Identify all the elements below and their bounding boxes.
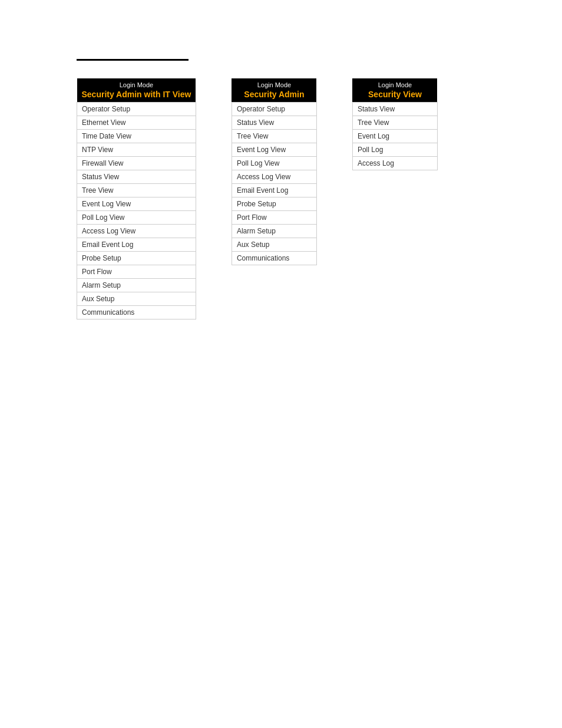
list-item[interactable]: Status View bbox=[232, 116, 316, 130]
menu-item-label: Access Log View bbox=[77, 225, 196, 238]
list-item[interactable]: Port Flow bbox=[77, 265, 196, 279]
login-mode-name-1: Security Admin bbox=[236, 89, 312, 100]
menu-item-label: Alarm Setup bbox=[77, 279, 196, 292]
menu-item-label: Poll Log bbox=[352, 143, 437, 157]
table-security-admin-it: Login ModeSecurity Admin with IT ViewOpe… bbox=[77, 78, 196, 319]
list-item[interactable]: Status View bbox=[352, 103, 437, 116]
list-item[interactable]: Email Event Log bbox=[232, 184, 316, 197]
table-security-view: Login ModeSecurity ViewStatus ViewTree V… bbox=[352, 78, 438, 170]
menu-item-label: Tree View bbox=[232, 130, 316, 143]
menu-item-label: Ethernet View bbox=[77, 116, 196, 130]
menu-item-label: Firewall View bbox=[77, 157, 196, 170]
menu-item-label: Status View bbox=[232, 116, 316, 130]
list-item[interactable]: Aux Setup bbox=[232, 238, 316, 252]
menu-table-wrapper-1: Login ModeSecurity AdminOperator SetupSt… bbox=[232, 78, 317, 265]
top-divider bbox=[77, 59, 189, 61]
menu-item-label: Access Log View bbox=[232, 170, 316, 184]
menu-item-label: Operator Setup bbox=[77, 103, 196, 116]
menu-item-label: Communications bbox=[77, 306, 196, 319]
tables-row: Login ModeSecurity Admin with IT ViewOpe… bbox=[77, 78, 485, 319]
page-container: Login ModeSecurity Admin with IT ViewOpe… bbox=[0, 0, 562, 343]
menu-item-label: Aux Setup bbox=[77, 292, 196, 306]
login-mode-label-1: Login Mode bbox=[236, 81, 312, 89]
login-mode-name-2: Security View bbox=[357, 89, 432, 100]
list-item[interactable]: Firewall View bbox=[77, 157, 196, 170]
menu-item-label: Time Date View bbox=[77, 130, 196, 143]
menu-item-label: Port Flow bbox=[77, 265, 196, 279]
list-item[interactable]: Alarm Setup bbox=[232, 225, 316, 238]
list-item[interactable]: Communications bbox=[77, 306, 196, 319]
list-item[interactable]: Operator Setup bbox=[232, 103, 316, 116]
list-item[interactable]: Poll Log View bbox=[77, 211, 196, 225]
list-item[interactable]: Time Date View bbox=[77, 130, 196, 143]
menu-item-label: Email Event Log bbox=[232, 184, 316, 197]
menu-item-label: Port Flow bbox=[232, 211, 316, 225]
login-mode-label-0: Login Mode bbox=[82, 81, 191, 89]
list-item[interactable]: Port Flow bbox=[232, 211, 316, 225]
list-item[interactable]: Ethernet View bbox=[77, 116, 196, 130]
list-item[interactable]: Tree View bbox=[77, 184, 196, 197]
menu-item-label: Communications bbox=[232, 252, 316, 265]
menu-item-label: Poll Log View bbox=[77, 211, 196, 225]
list-item[interactable]: Status View bbox=[77, 170, 196, 184]
menu-item-label: Tree View bbox=[77, 184, 196, 197]
menu-item-label: Status View bbox=[352, 103, 437, 116]
menu-item-label: Poll Log View bbox=[232, 157, 316, 170]
menu-item-label: Probe Setup bbox=[232, 197, 316, 211]
list-item[interactable]: Access Log View bbox=[232, 170, 316, 184]
login-mode-name-0: Security Admin with IT View bbox=[82, 89, 191, 100]
menu-table-wrapper-0: Login ModeSecurity Admin with IT ViewOpe… bbox=[77, 78, 196, 319]
menu-item-label: Probe Setup bbox=[77, 252, 196, 265]
list-item[interactable]: Probe Setup bbox=[232, 197, 316, 211]
menu-table-wrapper-2: Login ModeSecurity ViewStatus ViewTree V… bbox=[352, 78, 438, 170]
login-mode-label-2: Login Mode bbox=[357, 81, 432, 89]
list-item[interactable]: Event Log View bbox=[77, 197, 196, 211]
list-item[interactable]: Access Log bbox=[352, 157, 437, 170]
menu-item-label: Status View bbox=[77, 170, 196, 184]
list-item[interactable]: Alarm Setup bbox=[77, 279, 196, 292]
menu-item-label: Event Log View bbox=[77, 197, 196, 211]
menu-item-label: NTP View bbox=[77, 143, 196, 157]
menu-item-label: Aux Setup bbox=[232, 238, 316, 252]
list-item[interactable]: Event Log View bbox=[232, 143, 316, 157]
list-item[interactable]: Poll Log View bbox=[232, 157, 316, 170]
list-item[interactable]: Aux Setup bbox=[77, 292, 196, 306]
list-item[interactable]: Operator Setup bbox=[77, 103, 196, 116]
list-item[interactable]: Probe Setup bbox=[77, 252, 196, 265]
menu-item-label: Alarm Setup bbox=[232, 225, 316, 238]
menu-item-label: Tree View bbox=[352, 116, 437, 130]
menu-item-label: Access Log bbox=[352, 157, 437, 170]
list-item[interactable]: Tree View bbox=[352, 116, 437, 130]
menu-item-label: Event Log bbox=[352, 130, 437, 143]
list-item[interactable]: Email Event Log bbox=[77, 238, 196, 252]
table-security-admin: Login ModeSecurity AdminOperator SetupSt… bbox=[232, 78, 317, 265]
list-item[interactable]: Communications bbox=[232, 252, 316, 265]
list-item[interactable]: Poll Log bbox=[352, 143, 437, 157]
menu-item-label: Email Event Log bbox=[77, 238, 196, 252]
list-item[interactable]: Event Log bbox=[352, 130, 437, 143]
menu-item-label: Event Log View bbox=[232, 143, 316, 157]
list-item[interactable]: NTP View bbox=[77, 143, 196, 157]
menu-item-label: Operator Setup bbox=[232, 103, 316, 116]
list-item[interactable]: Tree View bbox=[232, 130, 316, 143]
list-item[interactable]: Access Log View bbox=[77, 225, 196, 238]
